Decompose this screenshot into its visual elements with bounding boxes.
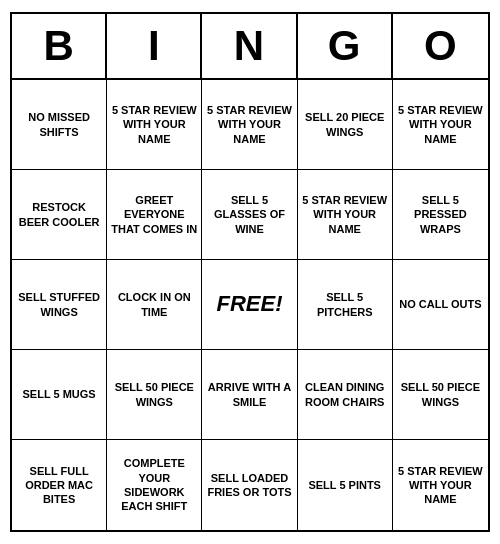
bingo-cell: SELL 5 PINTS: [298, 440, 393, 530]
bingo-cell: SELL FULL ORDER MAC BITES: [12, 440, 107, 530]
header-letter: G: [298, 14, 393, 78]
bingo-cell: NO CALL OUTS: [393, 260, 488, 350]
bingo-cell: 5 STAR REVIEW WITH YOUR NAME: [298, 170, 393, 260]
bingo-cell: NO MISSED SHIFTS: [12, 80, 107, 170]
bingo-cell: SELL 5 MUGS: [12, 350, 107, 440]
bingo-cell: SELL LOADED FRIES OR TOTS: [202, 440, 297, 530]
bingo-cell: SELL 5 PITCHERS: [298, 260, 393, 350]
bingo-grid: NO MISSED SHIFTS5 STAR REVIEW WITH YOUR …: [12, 80, 488, 530]
bingo-cell: SELL STUFFED WINGS: [12, 260, 107, 350]
bingo-cell: SELL 5 PRESSED WRAPS: [393, 170, 488, 260]
bingo-cell: CLEAN DINING ROOM CHAIRS: [298, 350, 393, 440]
bingo-card: BINGO NO MISSED SHIFTS5 STAR REVIEW WITH…: [10, 12, 490, 532]
bingo-cell: CLOCK IN ON TIME: [107, 260, 202, 350]
header-letter: O: [393, 14, 488, 78]
header-letter: N: [202, 14, 297, 78]
bingo-cell: RESTOCK BEER COOLER: [12, 170, 107, 260]
bingo-cell: 5 STAR REVIEW WITH YOUR NAME: [393, 440, 488, 530]
bingo-cell: SELL 50 PIECE WINGS: [393, 350, 488, 440]
bingo-cell: GREET EVERYONE THAT COMES IN: [107, 170, 202, 260]
header-letter: B: [12, 14, 107, 78]
bingo-cell: SELL 50 PIECE WINGS: [107, 350, 202, 440]
bingo-cell: 5 STAR REVIEW WITH YOUR NAME: [202, 80, 297, 170]
bingo-header: BINGO: [12, 14, 488, 80]
bingo-cell: SELL 20 PIECE WINGS: [298, 80, 393, 170]
bingo-cell: 5 STAR REVIEW WITH YOUR NAME: [393, 80, 488, 170]
bingo-cell: SELL 5 GLASSES OF WINE: [202, 170, 297, 260]
bingo-cell: 5 STAR REVIEW WITH YOUR NAME: [107, 80, 202, 170]
bingo-cell: COMPLETE YOUR SIDEWORK EACH SHIFT: [107, 440, 202, 530]
free-space: Free!: [202, 260, 297, 350]
bingo-cell: ARRIVE WITH A SMILE: [202, 350, 297, 440]
header-letter: I: [107, 14, 202, 78]
